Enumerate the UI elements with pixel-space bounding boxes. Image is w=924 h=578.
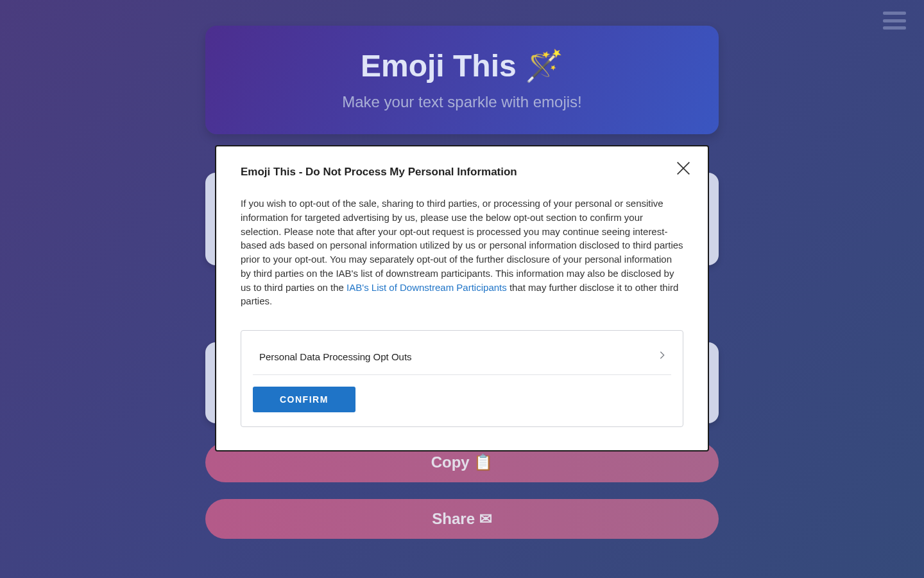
modal-body-text: If you wish to opt-out of the sale, shar… [241, 197, 683, 308]
opt-out-row-label: Personal Data Processing Opt Outs [259, 351, 412, 362]
close-icon[interactable] [674, 159, 692, 180]
chevron-right-icon [657, 350, 667, 363]
opt-out-box: Personal Data Processing Opt Outs CONFIR… [241, 330, 683, 427]
modal-body-part1: If you wish to opt-out of the sale, shar… [241, 198, 683, 293]
iab-link[interactable]: IAB's List of Downstream Participants [346, 282, 507, 293]
opt-out-row[interactable]: Personal Data Processing Opt Outs [253, 342, 671, 375]
privacy-modal: Emoji This - Do Not Process My Personal … [215, 145, 709, 451]
modal-title: Emoji This - Do Not Process My Personal … [241, 166, 683, 179]
modal-overlay: Emoji This - Do Not Process My Personal … [0, 0, 924, 578]
confirm-button[interactable]: CONFIRM [253, 387, 355, 412]
